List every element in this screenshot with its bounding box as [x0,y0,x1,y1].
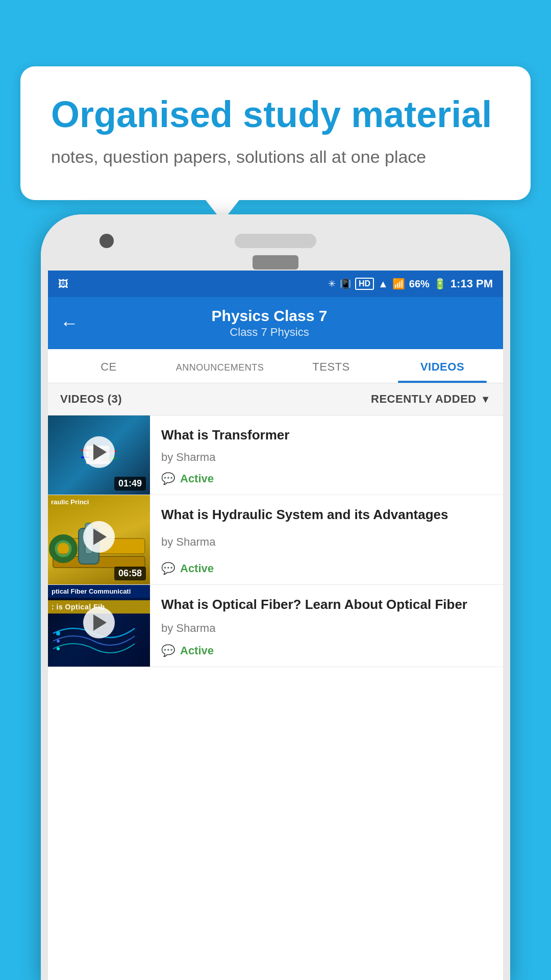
status-right: ✳ 📳 HD ▲ 📶 66% 🔋 1:13 PM [328,277,493,290]
video-status-1: 💬 Active [161,472,492,485]
tab-announcements[interactable]: ANNOUNCEMENTS [164,349,276,383]
video-title-1: What is Transformer [161,427,492,444]
video-item-1[interactable]: 01:49 What is Transformer by Sharma 💬 Ac… [48,415,503,495]
video-item-3[interactable]: ptical Fiber Communicati : is Optical Fi… [48,585,503,667]
phone-top-bar [41,214,510,271]
duration-2: 06:58 [114,567,146,580]
chevron-down-icon: ▼ [481,394,491,405]
video-status-2: 💬 Active [161,562,492,575]
hd-badge: HD [355,278,374,290]
video-author-3: by Sharma [161,622,492,635]
battery-icon: 🔋 [434,278,446,290]
play-triangle-3 [93,615,107,631]
phone-screen: 🖼 ✳ 📳 HD ▲ 📶 66% 🔋 1:13 PM ← Physics Cla… [48,271,503,980]
play-triangle-1 [93,444,107,460]
video-thumbnail-1: 01:49 [48,415,150,495]
sort-label: RECENTLY ADDED [371,393,477,406]
video-count: VIDEOS (3) [60,393,122,406]
bubble-subtitle: notes, question papers, solutions all at… [51,145,500,169]
signal-icon: 📶 [392,278,405,290]
back-button[interactable]: ← [60,312,79,334]
tabs-bar: CE ANNOUNCEMENTS TESTS VIDEOS [48,349,503,383]
vibrate-icon: 📳 [340,278,351,289]
chat-icon-2: 💬 [161,562,175,575]
play-button-2[interactable] [83,521,115,552]
wifi-icon: ▲ [378,278,388,290]
status-left: 🖼 [58,278,68,290]
bluetooth-icon: ✳ [328,278,336,289]
video-thumbnail-3: ptical Fiber Communicati : is Optical Fi… [48,585,150,667]
video-thumbnail-2: raulic Princi [48,495,150,584]
svg-point-15 [57,647,60,650]
video-title-2: What is Hydraulic System and its Advanta… [161,506,492,524]
svg-point-14 [57,640,60,643]
header-title: Physics Class 7 [91,307,448,325]
svg-point-13 [56,631,60,635]
tab-ce[interactable]: CE [53,349,164,383]
list-header: VIDEOS (3) RECENTLY ADDED ▼ [48,383,503,415]
phone-frame: 🖼 ✳ 📳 HD ▲ 📶 66% 🔋 1:13 PM ← Physics Cla… [41,214,510,980]
phone-camera [99,234,114,248]
sort-dropdown[interactable]: RECENTLY ADDED ▼ [371,393,491,406]
video-info-1: What is Transformer by Sharma 💬 Active [150,415,503,495]
status-text-2: Active [180,562,214,575]
video-status-3: 💬 Active [161,644,492,657]
status-text-3: Active [180,644,214,657]
battery-text: 66% [409,278,430,290]
duration-1: 01:49 [114,477,146,491]
video-info-2: What is Hydraulic System and its Advanta… [150,495,503,584]
chat-icon-3: 💬 [161,644,175,657]
play-triangle-2 [93,528,107,545]
status-photo-icon: 🖼 [58,278,68,290]
video-info-3: What is Optical Fiber? Learn About Optic… [150,585,503,667]
tab-tests[interactable]: TESTS [276,349,387,383]
video-title-3: What is Optical Fiber? Learn About Optic… [161,596,492,614]
speech-bubble: Organised study material notes, question… [20,66,531,200]
tab-videos[interactable]: VIDEOS [387,349,498,383]
phone-speaker [235,234,316,248]
chat-icon-1: 💬 [161,472,175,485]
video-author-1: by Sharma [161,451,492,464]
phone-home-btn [253,255,298,270]
app-header: ← Physics Class 7 Class 7 Physics [48,297,503,349]
video-author-2: by Sharma [161,535,492,549]
bubble-title: Organised study material [51,94,500,135]
status-text-1: Active [180,472,214,485]
video-item-2[interactable]: raulic Princi [48,495,503,585]
header-breadcrumb: Class 7 Physics [91,326,448,339]
header-title-group: Physics Class 7 Class 7 Physics [91,307,448,339]
status-bar: 🖼 ✳ 📳 HD ▲ 📶 66% 🔋 1:13 PM [48,271,503,297]
play-button-3[interactable] [83,607,115,639]
time-display: 1:13 PM [450,277,493,290]
play-button-1[interactable] [83,436,115,468]
